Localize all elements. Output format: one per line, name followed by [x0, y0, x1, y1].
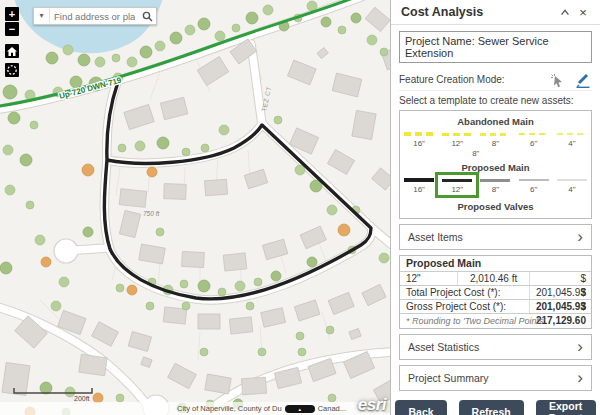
locate-icon	[6, 64, 18, 76]
chevron-right-icon: ›	[577, 373, 583, 383]
asset-statistics-section[interactable]: Asset Statistics ›	[399, 334, 592, 360]
attribution-pill[interactable]: ▴	[285, 405, 315, 413]
refresh-button[interactable]: Refresh	[459, 400, 524, 415]
table-row: 12" 2,010.46 ft $ 201,045.93	[400, 272, 591, 286]
line-swatch	[404, 178, 434, 182]
attribution-text: City of Naperville, County of Du	[177, 404, 282, 413]
asset-size: 12"	[400, 272, 457, 285]
cost-table-header: Proposed Main	[400, 256, 591, 272]
template-proposed-16[interactable]: 16"	[400, 175, 438, 195]
project-summary-label: Project Summary	[408, 372, 489, 384]
asset-items-label: Asset Items	[408, 231, 463, 243]
template-picker: Abandoned Main 16" 12" 8"	[399, 110, 592, 219]
action-buttons: Back Refresh Export Report	[399, 400, 592, 415]
project-name-box: Project Name: Sewer Service Extension	[399, 31, 592, 63]
feature-creation-label: Feature Creation Mode:	[399, 74, 541, 85]
line-swatch	[442, 179, 472, 182]
template-prompt: Select a template to create new assets:	[399, 95, 592, 106]
app-window: Up-720 DWN-719 TEZ CT 750 ft 200ft + − ▾	[0, 0, 600, 415]
chevron-right-icon: ›	[577, 342, 583, 352]
template-abandoned-12[interactable]: 12"	[438, 129, 476, 149]
template-abandoned-extra-8[interactable]: 8"	[463, 149, 489, 159]
template-proposed-8[interactable]: 8"	[476, 175, 514, 195]
attribution-text: Canad...	[318, 404, 346, 413]
template-proposed-12-selected[interactable]: 12"	[438, 175, 476, 195]
template-group-title: Abandoned Main	[400, 116, 591, 127]
measurement-label: 750 ft	[143, 210, 160, 217]
smart-select-icon	[549, 72, 566, 88]
basemap: Up-720 DWN-719 TEZ CT 750 ft 200ft	[0, 0, 390, 415]
select-mode-button[interactable]	[549, 72, 566, 88]
zoom-in-button[interactable]: +	[5, 7, 19, 21]
cost-analysis-panel: Cost Analysis × Project Name: Sewer Serv…	[390, 0, 600, 415]
template-abandoned-4[interactable]: 4"	[553, 129, 591, 149]
panel-body: Project Name: Sewer Service Extension Fe…	[391, 25, 600, 415]
locate-button[interactable]	[5, 63, 19, 77]
template-abandoned-6[interactable]: 6"	[515, 129, 553, 149]
template-abandoned-16[interactable]: 16"	[400, 129, 438, 149]
total-cost-value: $ 201,045.93	[530, 286, 591, 299]
back-button[interactable]: Back	[395, 400, 446, 415]
dock-button[interactable]	[556, 7, 574, 17]
search-input[interactable]	[50, 11, 139, 22]
map-canvas[interactable]: Up-720 DWN-719 TEZ CT 750 ft 200ft + − ▾	[0, 0, 390, 415]
panel-header: Cost Analysis ×	[391, 0, 600, 25]
close-button[interactable]: ×	[574, 5, 592, 20]
template-proposed-6[interactable]: 6"	[515, 175, 553, 195]
proposed-main-row: 16" 12" 8" 6"	[400, 175, 591, 195]
asset-items-section[interactable]: Asset Items ›	[399, 224, 592, 250]
line-swatch	[404, 132, 434, 136]
export-report-button[interactable]: Export Report	[536, 400, 596, 415]
collapse-icon	[559, 7, 571, 17]
search-icon	[142, 11, 153, 22]
line-swatch	[480, 133, 510, 136]
template-group-title: Proposed Main	[400, 162, 591, 173]
gross-cost-label: Gross Project Cost (*):	[400, 300, 530, 313]
gross-cost-row: Gross Project Cost (*): $ 217,129.60	[400, 300, 591, 314]
line-swatch	[442, 133, 472, 136]
line-swatch	[557, 133, 587, 135]
line-swatch	[519, 179, 549, 181]
esri-logo: esri	[358, 395, 386, 415]
cost-summary-table: Proposed Main 12" 2,010.46 ft $ 201,045.…	[399, 255, 592, 329]
template-proposed-4[interactable]: 4"	[553, 175, 591, 195]
gross-cost-value: $ 217,129.60	[530, 300, 591, 313]
asset-length: 2,010.46 ft	[457, 272, 530, 285]
panel-title: Cost Analysis	[401, 5, 556, 19]
pencil-edit-icon	[574, 72, 592, 88]
asset-statistics-label: Asset Statistics	[408, 341, 479, 353]
abandoned-main-row: 16" 12" 8" 6"	[400, 129, 591, 149]
line-swatch	[557, 179, 587, 181]
home-button[interactable]	[5, 44, 19, 58]
total-cost-label: Total Project Cost (*):	[400, 286, 530, 299]
search-submit[interactable]	[139, 11, 156, 22]
scale-label: 200ft	[74, 395, 90, 402]
line-swatch	[480, 179, 510, 182]
search-box: ▾	[33, 7, 157, 25]
asset-cost: $ 201,045.93	[530, 272, 591, 285]
home-icon	[7, 47, 17, 56]
map-attribution: City of Naperville, County of Du ▴ Canad…	[0, 402, 390, 415]
abandoned-main-row-2: 8"	[400, 149, 591, 159]
draw-mode-button[interactable]	[574, 72, 592, 88]
line-swatch	[519, 133, 549, 135]
template-group-title: Proposed Valves	[400, 201, 591, 216]
feature-creation-row: Feature Creation Mode:	[399, 69, 592, 91]
project-summary-section[interactable]: Project Summary ›	[399, 365, 592, 391]
template-abandoned-8[interactable]: 8"	[476, 129, 514, 149]
zoom-out-button[interactable]: −	[5, 22, 19, 36]
total-cost-row: Total Project Cost (*): $ 201,045.93	[400, 286, 591, 300]
chevron-right-icon: ›	[577, 232, 583, 242]
search-source-dropdown[interactable]: ▾	[34, 8, 50, 24]
